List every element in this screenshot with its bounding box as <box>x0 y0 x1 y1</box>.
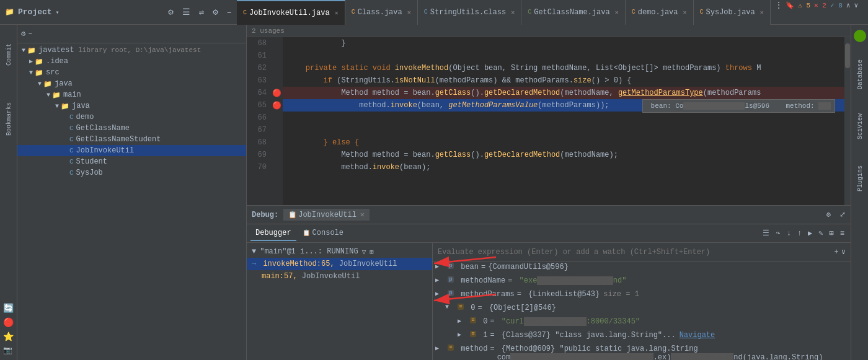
tab-close-stringutils[interactable]: ✕ <box>511 9 515 16</box>
tab-jobinvokeutil[interactable]: C JobInvokeUtil.java ✕ <box>237 0 345 25</box>
bookmark-icon[interactable]: 🔖 <box>786 1 794 9</box>
sidebar-collapse-icon[interactable]: – <box>28 30 32 38</box>
vtab-bookmarks[interactable]: Bookmarks <box>1 94 16 144</box>
navigate-link[interactable]: Navigate <box>680 331 715 340</box>
project-section: 📁 Project ▾ ⚙ ☰ ⇌ ⚙ – <box>5 6 234 19</box>
sidebar-settings-icon[interactable]: ⚙ <box>21 29 25 38</box>
debug-variables: + ∨ ▶ p bean = {CommandUtils@596} ▶ <box>433 243 851 360</box>
var-name-method: method <box>456 345 487 353</box>
debug-settings-icon[interactable]: ⚙ <box>826 210 831 219</box>
expand-button[interactable]: ⊞ <box>370 248 374 256</box>
toolbar-step-over[interactable]: ↷ <box>773 229 782 238</box>
vtab-sciview[interactable]: SciView <box>852 102 867 151</box>
tree-item-java2[interactable]: ▼ 📁 java <box>17 100 246 112</box>
expand-methodparams[interactable]: ▶ <box>435 290 445 297</box>
scrollbar-thumb[interactable] <box>845 43 850 68</box>
expand-arr0-0[interactable]: ▶ <box>458 317 467 325</box>
tab-stringutils[interactable]: C StringUtils.class ✕ <box>418 0 521 25</box>
code-content[interactable]: } private static void invokeMethod(Objec… <box>283 37 844 205</box>
thread-row: ▼ "main"@1 i...: RUNNING ▽ ⊞ <box>247 245 432 258</box>
tree-item-demo[interactable]: ▶ C demo <box>17 112 246 123</box>
var-arr0[interactable]: ▼ ≡ 0 = {Object[2]@546} <box>433 302 851 316</box>
editor-scrollbar[interactable] <box>844 37 851 205</box>
tab-sysjob[interactable]: C SysJob.java ✕ <box>694 0 771 25</box>
tab-close-demo[interactable]: ✕ <box>683 9 687 16</box>
debug-run-icon[interactable] <box>854 30 866 42</box>
tab-close-jobinvokeutil[interactable]: ✕ <box>335 9 339 17</box>
tree-item-java1[interactable]: ▼ 📁 java <box>17 78 246 89</box>
debug-maximize-icon[interactable]: ⤢ <box>839 210 846 219</box>
tab-debugger[interactable]: Debugger <box>250 226 296 241</box>
project-dropdown-icon[interactable]: ▾ <box>56 9 60 16</box>
minimize-icon[interactable]: – <box>224 6 234 19</box>
expand-bean[interactable]: ▶ <box>435 263 445 270</box>
inline-hint: bean: Coxxxxxxxxxxxxxxxls@596 method: xx… <box>642 99 835 113</box>
linenum-67: 67 <box>247 124 267 136</box>
vtab-plugins[interactable]: Plugins <box>852 154 867 203</box>
folder-icon-java2: 📁 <box>61 102 69 110</box>
vtab-database[interactable]: Database <box>852 50 867 99</box>
tree-item-sysjob[interactable]: ▶ C SysJob <box>17 167 246 178</box>
toolbar-run-cursor[interactable]: ▶ <box>805 229 815 238</box>
tree-label-src: src <box>46 68 60 77</box>
expand-arr0-1[interactable]: ▶ <box>458 331 467 338</box>
eval-add-icon[interactable]: + <box>835 248 839 257</box>
tree-item-student[interactable]: ▶ C Student <box>17 156 246 167</box>
toolbar-icon-1[interactable]: ☰ <box>760 229 772 238</box>
tab-console[interactable]: 📋 Console <box>298 226 348 241</box>
expand-arr0[interactable]: ▼ <box>445 304 455 310</box>
gutter-bp-65[interactable]: 🔴 <box>270 99 283 112</box>
settings-icon[interactable]: ⚙ <box>210 6 220 19</box>
debug-session-close[interactable]: ✕ <box>360 210 365 219</box>
var-methodname[interactable]: ▶ p methodName = "exexxxxxxxxxxxxxxxxxnd… <box>433 275 851 289</box>
var-arr0-1[interactable]: ▶ ≡ 1 = {Class@337} "class java.lang.Str… <box>433 330 851 343</box>
vtab-commit[interactable]: Commit <box>1 30 16 79</box>
tree-item-getclassnamesStudent[interactable]: ▶ C GetClassNameStudent <box>17 134 246 145</box>
arrows-icon[interactable]: ⇌ <box>197 6 206 19</box>
expand-icon[interactable]: ∧ <box>846 1 851 9</box>
code-lines-wrapper: 68 61 62 63 64 65 66 67 68 69 70 <box>247 37 851 205</box>
var-bean[interactable]: ▶ p bean = {CommandUtils@596} <box>433 261 851 275</box>
left-icon-2[interactable]: 🔴 <box>3 317 14 328</box>
toolbar-list[interactable]: ≡ <box>838 229 847 238</box>
tab-close-getclassname[interactable]: ✕ <box>615 9 619 16</box>
filter-icon[interactable]: ▼ <box>252 247 256 256</box>
frame-main[interactable]: main:57, JobInvokeUtil <box>247 270 432 283</box>
frame-invokemethods[interactable]: → invokeMethod:65, JobInvokeUtil <box>247 258 432 270</box>
layout-icon[interactable]: ☰ <box>180 6 193 19</box>
tab-demo[interactable]: C demo.java ✕ <box>626 0 694 25</box>
var-arr0-0[interactable]: ▶ ≡ 0 = "curlxxxxxxxxxxxxxx:8000/33345" <box>433 316 851 330</box>
tab-class[interactable]: C Class.java ✕ <box>345 0 418 25</box>
toolbar-step-into[interactable]: ↓ <box>784 229 794 238</box>
toolbar-step-out[interactable]: ↑ <box>795 229 804 238</box>
var-methodparams[interactable]: ▶ p methodParams = {LinkedList@543} size… <box>433 289 851 302</box>
tree-item-main[interactable]: ▼ 📁 main <box>17 89 246 100</box>
var-val-bean: {CommandUtils@596} <box>488 263 569 271</box>
gutter-68a <box>270 37 283 50</box>
tree-item-getclassname[interactable]: ▶ C GetClassName <box>17 123 246 134</box>
expand-method[interactable]: ▶ <box>435 345 445 352</box>
left-icon-4[interactable]: 📷 <box>3 346 14 355</box>
var-method[interactable]: ▶ ≡ method = {Method@609} "public static… <box>433 343 851 360</box>
expand-methodname[interactable]: ▶ <box>435 276 445 284</box>
tab-close-class[interactable]: ✕ <box>407 9 411 16</box>
toolbar-grid[interactable]: ⊞ <box>827 229 836 238</box>
gutter-bp-64[interactable]: 🔴 <box>270 87 283 99</box>
collapse-icon[interactable]: ∨ <box>854 1 858 9</box>
left-icon-3[interactable]: ⭐ <box>3 331 14 342</box>
project-label[interactable]: Project <box>18 7 52 17</box>
gear-icon[interactable]: ⚙ <box>166 6 175 19</box>
tab-getclassname[interactable]: C GetClassName.java ✕ <box>521 0 625 25</box>
debug-session-tab[interactable]: 📋 JobInvokeUtil ✕ <box>283 209 370 221</box>
tree-root[interactable]: ▼ 📁 javatest library root, D:\java\javat… <box>17 45 246 56</box>
toolbar-evaluate[interactable]: ✎ <box>816 229 825 238</box>
filter-button[interactable]: ▽ <box>362 248 366 256</box>
left-icon-1[interactable]: 🔄 <box>3 303 14 314</box>
tree-item-idea[interactable]: ▶ 📁 .idea <box>17 56 246 67</box>
eval-down-icon[interactable]: ∨ <box>841 247 846 257</box>
tree-item-src[interactable]: ▼ 📁 src <box>17 67 246 78</box>
gutter-69 <box>270 149 283 161</box>
tab-close-sysjob[interactable]: ✕ <box>760 9 764 16</box>
tree-item-jobinvokeutil[interactable]: ▶ C JobInvokeUtil <box>17 145 246 156</box>
eval-input[interactable] <box>438 248 831 257</box>
